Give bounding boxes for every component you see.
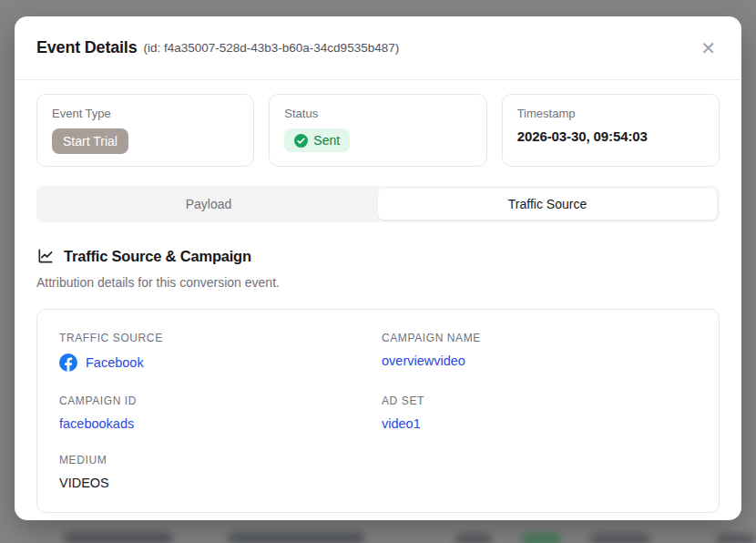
modal-title: Event Details — [36, 38, 137, 57]
attribution-card: TRAFFIC SOURCE Facebook CAMPAIGN NAME ov… — [36, 309, 720, 513]
campaign-name-label: CAMPAIGN NAME — [382, 332, 697, 344]
traffic-source-value[interactable]: Facebook — [86, 355, 144, 370]
section-subtitle: Attribution details for this conversion … — [36, 275, 720, 290]
medium-label: MEDIUM — [59, 454, 374, 466]
medium-value: VIDEOS — [59, 476, 374, 490]
section-title: Traffic Source & Campaign — [64, 248, 251, 265]
event-details-modal: Event Details (id: f4a35007-528d-43b3-b6… — [15, 16, 741, 520]
timestamp-value: 2026-03-30, 09:54:03 — [517, 128, 704, 144]
close-icon[interactable]: ✕ — [697, 36, 720, 61]
field-ad-set: AD SET video1 — [382, 394, 697, 431]
chart-line-icon — [36, 247, 55, 265]
section-heading: Traffic Source & Campaign — [36, 247, 720, 265]
status-badge-label: Sent — [313, 133, 340, 148]
modal-body: Event Type Start Trial Status Sent Times — [15, 80, 741, 520]
status-label: Status — [284, 107, 471, 120]
event-type-card: Event Type Start Trial — [36, 94, 254, 167]
event-type-label: Event Type — [52, 107, 239, 120]
summary-cards-row: Event Type Start Trial Status Sent Times — [36, 94, 720, 167]
modal-header: Event Details (id: f4a35007-528d-43b3-b6… — [15, 16, 741, 80]
facebook-icon — [59, 353, 77, 372]
campaign-name-value[interactable]: overviewvideo — [382, 353, 697, 368]
ad-set-label: AD SET — [382, 394, 697, 407]
status-badge: Sent — [284, 128, 350, 152]
timestamp-card: Timestamp 2026-03-30, 09:54:03 — [502, 94, 720, 167]
field-campaign-id: CAMPAIGN ID facebookads — [59, 394, 374, 431]
event-type-badge: Start Trial — [52, 128, 128, 154]
campaign-id-value[interactable]: facebookads — [59, 416, 374, 431]
tab-payload[interactable]: Payload — [39, 189, 378, 220]
ad-set-value[interactable]: video1 — [382, 416, 697, 431]
check-circle-icon — [294, 134, 308, 148]
field-medium: MEDIUM VIDEOS — [59, 454, 374, 490]
tab-traffic-source[interactable]: Traffic Source — [378, 189, 717, 220]
tab-switcher: Payload Traffic Source — [36, 186, 720, 222]
status-card: Status Sent — [269, 94, 486, 167]
campaign-id-label: CAMPAIGN ID — [59, 394, 374, 407]
field-traffic-source: TRAFFIC SOURCE Facebook — [59, 332, 374, 372]
timestamp-label: Timestamp — [517, 107, 704, 120]
event-id-text: (id: f4a35007-528d-43b3-b60a-34cd9535b48… — [143, 41, 399, 55]
field-campaign-name: CAMPAIGN NAME overviewvideo — [382, 332, 697, 372]
traffic-source-label: TRAFFIC SOURCE — [59, 332, 374, 344]
